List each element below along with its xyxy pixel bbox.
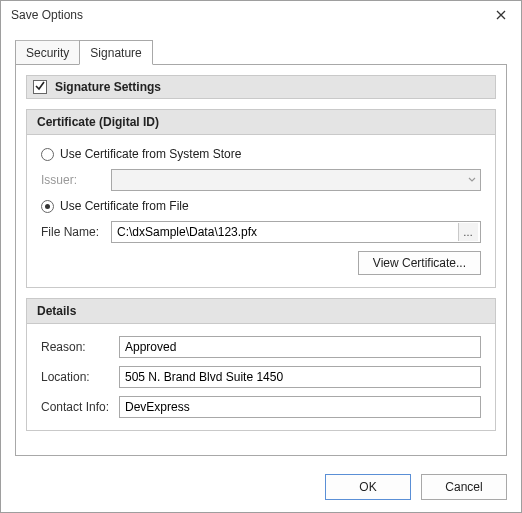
location-row: Location:	[41, 366, 481, 388]
view-certificate-button[interactable]: View Certificate...	[358, 251, 481, 275]
view-certificate-row: View Certificate...	[41, 251, 481, 275]
contact-textbox[interactable]	[119, 396, 481, 418]
ellipsis-icon: …	[463, 227, 474, 238]
filename-row: File Name: …	[41, 221, 481, 243]
reason-row: Reason:	[41, 336, 481, 358]
filename-label: File Name:	[41, 225, 105, 239]
radio-from-file-label: Use Certificate from File	[60, 199, 189, 213]
contact-row: Contact Info:	[41, 396, 481, 418]
filename-browse-button[interactable]: …	[458, 223, 478, 241]
tab-security-label: Security	[26, 46, 69, 60]
client-area: Security Signature Signature Settings Ce…	[1, 29, 521, 464]
close-icon	[496, 7, 506, 23]
details-group-body: Reason: Location: Contact Info:	[27, 324, 495, 430]
dialog-footer: OK Cancel	[1, 464, 521, 512]
titlebar: Save Options	[1, 1, 521, 29]
details-group: Details Reason: Location:	[26, 298, 496, 431]
certificate-group-body: Use Certificate from System Store Issuer…	[27, 135, 495, 287]
cancel-button-label: Cancel	[445, 480, 482, 494]
ok-button[interactable]: OK	[325, 474, 411, 500]
contact-label: Contact Info:	[41, 400, 113, 414]
certificate-group: Certificate (Digital ID) Use Certificate…	[26, 109, 496, 288]
reason-textbox[interactable]	[119, 336, 481, 358]
tab-signature[interactable]: Signature	[79, 40, 152, 65]
view-certificate-label: View Certificate...	[373, 256, 466, 270]
radio-row-system-store[interactable]: Use Certificate from System Store	[41, 147, 481, 161]
radio-system-store-label: Use Certificate from System Store	[60, 147, 241, 161]
cancel-button[interactable]: Cancel	[421, 474, 507, 500]
tab-signature-label: Signature	[90, 46, 141, 60]
chevron-down-icon	[468, 173, 476, 187]
close-button[interactable]	[487, 4, 515, 26]
signature-settings-header: Signature Settings	[26, 75, 496, 99]
filename-textbox[interactable]: …	[111, 221, 481, 243]
certificate-group-title: Certificate (Digital ID)	[27, 110, 495, 135]
issuer-label: Issuer:	[41, 173, 105, 187]
dialog-save-options: Save Options Security Signature	[0, 0, 522, 513]
location-textbox[interactable]	[119, 366, 481, 388]
reason-label: Reason:	[41, 340, 113, 354]
ok-button-label: OK	[359, 480, 376, 494]
tab-strip: Security Signature	[15, 40, 507, 65]
radio-from-file[interactable]	[41, 200, 54, 213]
radio-system-store[interactable]	[41, 148, 54, 161]
signature-settings-title: Signature Settings	[55, 80, 161, 94]
tab-security[interactable]: Security	[15, 40, 80, 65]
radio-row-from-file[interactable]: Use Certificate from File	[41, 199, 481, 213]
reason-input[interactable]	[125, 337, 475, 357]
contact-input[interactable]	[125, 397, 475, 417]
details-group-title: Details	[27, 299, 495, 324]
issuer-row: Issuer:	[41, 169, 481, 191]
filename-input[interactable]	[117, 222, 475, 242]
check-icon	[35, 80, 45, 94]
location-label: Location:	[41, 370, 113, 384]
window-title: Save Options	[11, 8, 487, 22]
location-input[interactable]	[125, 367, 475, 387]
tab-panel-signature: Signature Settings Certificate (Digital …	[15, 64, 507, 456]
issuer-combobox[interactable]	[111, 169, 481, 191]
signature-settings-checkbox[interactable]	[33, 80, 47, 94]
